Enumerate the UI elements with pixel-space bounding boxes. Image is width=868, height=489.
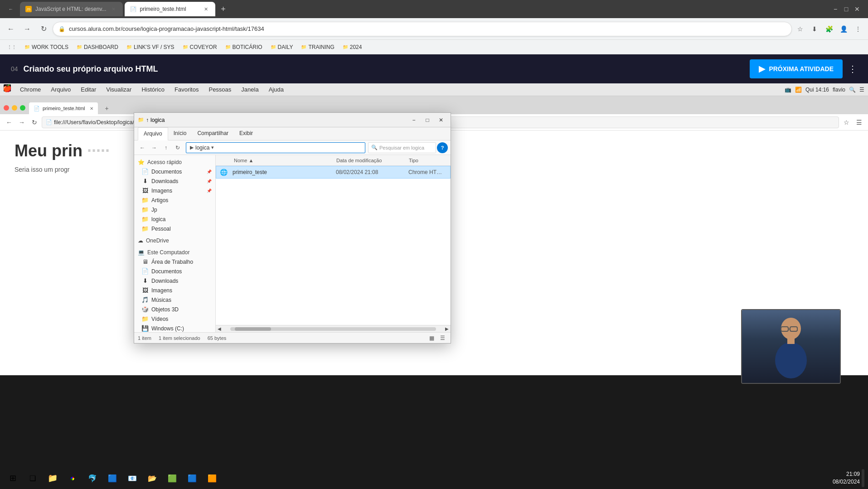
sidebar-item-jp[interactable]: 📁 Jp xyxy=(134,205,215,214)
file-scroll-area[interactable]: 🌐 primeiro_teste 08/02/2024 21:08 Chrome… xyxy=(216,166,451,325)
bookmark-item-0[interactable]: 📁 WORK TOOLS xyxy=(21,42,72,52)
file-explorer-button[interactable]: 📁 xyxy=(44,469,62,487)
mac-refresh-button[interactable]: ↻ xyxy=(29,119,40,126)
chrome-back-icon[interactable]: ← xyxy=(4,2,18,16)
taskbar-app-7[interactable]: 📧 xyxy=(123,469,141,487)
chrome-menu-icon[interactable]: ⋮ xyxy=(852,23,864,35)
back-button[interactable]: ← xyxy=(4,22,18,36)
menu-historico[interactable]: Histórico xyxy=(137,84,169,95)
bookmark-item-6[interactable]: 📁 TRAINING xyxy=(297,42,338,52)
sidebar-section-acesso-rapido[interactable]: ⭐ Acesso rápido xyxy=(134,158,215,167)
mac-menu-icon[interactable]: ☰ xyxy=(853,119,864,126)
scroll-left-btn[interactable]: ◀ xyxy=(216,326,223,331)
taskbar-app-8[interactable]: 📂 xyxy=(143,469,161,487)
sidebar-item-windows-c[interactable]: 💾 Windows (C:) xyxy=(134,324,215,332)
tab2-close[interactable]: ✕ xyxy=(203,5,210,13)
download-icon[interactable]: ⬇ xyxy=(808,23,821,35)
menu-visualizar[interactable]: Visualizar xyxy=(102,84,136,95)
taskview-button[interactable]: ❑ xyxy=(24,469,42,487)
bookmark-item-1[interactable]: 📁 DASHBOARD xyxy=(73,42,122,52)
explorer-help-btn[interactable]: ? xyxy=(437,142,448,153)
sidebar-item-documentos-1[interactable]: 📄 Documentos 📌 xyxy=(134,167,215,176)
ribbon-tab-exibir[interactable]: Exibir xyxy=(234,127,258,140)
address-bar[interactable]: 🔒 cursos.alura.com.br/course/logica-prog… xyxy=(53,22,792,36)
header-more-icon[interactable]: ⋮ xyxy=(848,63,857,74)
ribbon-tab-compartilhar[interactable]: Compartilhar xyxy=(192,127,234,140)
chrome-tab-2[interactable]: 📄 primeiro_teste.html ✕ xyxy=(125,2,215,16)
mac-minimize-button[interactable] xyxy=(12,105,17,111)
sidebar-item-documentos-2[interactable]: 📄 Documentos xyxy=(134,266,215,276)
column-type-header[interactable]: Tipo xyxy=(405,158,451,163)
path-dropdown[interactable]: ▾ xyxy=(211,145,214,150)
mac-back-button[interactable]: ← xyxy=(4,119,15,126)
menu-favoritos[interactable]: Favoritos xyxy=(170,84,203,95)
mac-bookmark-icon[interactable]: ☆ xyxy=(841,119,852,126)
ribbon-tab-arquivo[interactable]: Arquivo xyxy=(138,127,168,140)
bookmark-item-5[interactable]: 📁 DAILY xyxy=(267,42,297,52)
column-date-header[interactable]: Data de modificação xyxy=(333,158,405,163)
bookmark-star-icon[interactable]: ☆ xyxy=(794,23,806,35)
mac-maximize-button[interactable] xyxy=(20,105,25,111)
sidebar-item-objetos3d[interactable]: 🎲 Objetos 3D xyxy=(134,305,215,314)
sidebar-item-imagens-2[interactable]: 🖼 Imagens xyxy=(134,286,215,295)
menu-ajuda[interactable]: Ajuda xyxy=(264,84,288,95)
menu-arquivo[interactable]: Arquivo xyxy=(46,84,75,95)
ribbon-tab-inicio[interactable]: Início xyxy=(168,127,192,140)
sidebar-item-downloads-2[interactable]: ⬇ Downloads xyxy=(134,276,215,286)
sidebar-item-logica[interactable]: 📁 logica xyxy=(134,214,215,224)
bookmark-apps[interactable]: ⋮⋮ xyxy=(4,43,20,51)
horizontal-scrollbar[interactable]: ◀ ▶ xyxy=(216,325,451,332)
column-name-header[interactable]: Nome ▲ xyxy=(230,158,333,163)
mac-forward-button[interactable]: → xyxy=(16,119,27,126)
forward-button[interactable]: → xyxy=(20,22,34,36)
explorer-maximize-btn[interactable]: □ xyxy=(422,116,433,125)
chrome-close-icon[interactable]: ✕ xyxy=(853,5,861,13)
explorer-close-btn[interactable]: ✕ xyxy=(435,116,447,125)
sidebar-item-downloads-1[interactable]: ⬇ Downloads 📌 xyxy=(134,176,215,186)
start-button[interactable]: ⊞ xyxy=(4,469,22,487)
taskbar-app-11[interactable]: 🟧 xyxy=(203,469,221,487)
bookmark-item-3[interactable]: 📁 COVEYOR xyxy=(179,42,221,52)
mac-tab-close[interactable]: ✕ xyxy=(90,106,93,111)
menu-janela[interactable]: Janela xyxy=(237,84,263,95)
explorer-back-btn[interactable]: ← xyxy=(137,142,148,153)
bookmark-item-4[interactable]: 📁 BOTICÁRIO xyxy=(222,42,266,52)
mac-list-icon[interactable]: ☰ xyxy=(859,87,864,93)
chrome-taskbar-button[interactable]: ● xyxy=(63,469,82,487)
mac-page-tab[interactable]: 📄 primeiro_teste.html ✕ xyxy=(29,102,98,114)
mac-search-icon[interactable]: 🔍 xyxy=(849,87,856,93)
profile-icon[interactable]: 👤 xyxy=(837,23,850,35)
scrollbar-thumb[interactable] xyxy=(235,327,271,331)
next-activity-button[interactable]: ▶ PRÓXIMA ATIVIDADE xyxy=(750,59,843,78)
show-desktop-button[interactable] xyxy=(862,469,864,487)
menu-editar[interactable]: Editar xyxy=(76,84,101,95)
sidebar-item-musicas[interactable]: 🎵 Músicas xyxy=(134,295,215,305)
minimize-icon[interactable]: − xyxy=(832,5,839,13)
taskbar-app-6[interactable]: 🟦 xyxy=(103,469,121,487)
sidebar-section-computador[interactable]: 💻 Este Computador xyxy=(134,248,215,257)
scroll-right-btn[interactable]: ▶ xyxy=(443,326,451,331)
mac-new-tab-button[interactable]: + xyxy=(100,102,114,114)
sidebar-item-videos[interactable]: 📁 Vídeos xyxy=(134,314,215,324)
menu-pessoas[interactable]: Pessoas xyxy=(204,84,236,95)
tab1-close[interactable]: ✕ xyxy=(110,5,117,13)
taskbar-app-5[interactable]: 🐬 xyxy=(83,469,102,487)
explorer-up-btn[interactable]: ↑ xyxy=(160,142,171,153)
chrome-tab-1[interactable]: JS JavaScript e HTML: desenv... ✕ xyxy=(20,2,123,16)
new-tab-button[interactable]: + xyxy=(217,3,230,15)
sidebar-item-pessoal[interactable]: 📁 Pessoal xyxy=(134,224,215,233)
mac-close-button[interactable] xyxy=(4,105,9,111)
menu-chrome[interactable]: Chrome xyxy=(15,84,45,95)
bookmark-item-2[interactable]: 📁 LINK'S VF / SYS xyxy=(123,42,178,52)
bookmark-item-7[interactable]: 📁 2024 xyxy=(339,42,366,52)
view-grid-btn[interactable]: ▦ xyxy=(427,334,436,343)
sidebar-item-area-trabalho[interactable]: 🖥 Área de Trabalho xyxy=(134,257,215,266)
taskbar-app-10[interactable]: 🟦 xyxy=(183,469,201,487)
explorer-search-bar[interactable]: 🔍 Pesquisar em logica xyxy=(368,142,436,153)
taskbar-app-9[interactable]: 🟩 xyxy=(163,469,181,487)
refresh-button[interactable]: ↻ xyxy=(36,22,51,36)
sidebar-section-onedrive[interactable]: ☁ OneDrive xyxy=(134,236,215,245)
sidebar-item-artigos[interactable]: 📁 Artigos xyxy=(134,195,215,205)
scrollbar-track[interactable] xyxy=(230,327,436,331)
view-list-btn[interactable]: ☰ xyxy=(438,334,447,343)
